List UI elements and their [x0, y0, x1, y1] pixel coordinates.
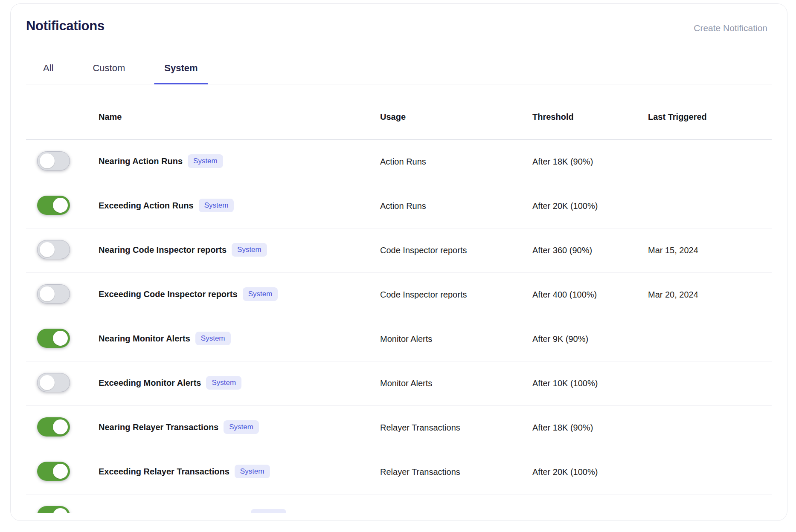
- column-header-threshold: Threshold: [532, 112, 648, 122]
- table-row: Exceeding Action RunsSystem Action Runs …: [26, 184, 772, 228]
- table-row: Exceeding Code Inspector reportsSystem C…: [26, 273, 772, 317]
- system-badge: System: [188, 154, 223, 168]
- notification-name: Nearing Action Runs: [99, 156, 183, 166]
- usage-cell: Action Runs: [380, 157, 532, 167]
- notification-toggle[interactable]: [37, 329, 70, 348]
- toggle-knob: [53, 198, 68, 213]
- system-badge: System: [206, 376, 241, 390]
- table-row: Nearing Relayer TransactionsSystem Relay…: [26, 406, 772, 450]
- notification-name: Exceeding Action Runs: [99, 201, 194, 210]
- toggle-cell: [26, 329, 99, 350]
- toggle-knob: [40, 242, 55, 257]
- notification-toggle[interactable]: [37, 284, 70, 304]
- name-cell: Nearing Code Inspector reportsSystem: [99, 244, 380, 257]
- threshold-cell: After 20K (100%): [532, 467, 648, 477]
- toggle-knob: [53, 419, 68, 434]
- threshold-cell: After 10K (100%): [532, 379, 648, 388]
- toggle-knob: [53, 331, 68, 346]
- usage-cell: Relayer Transactions: [380, 423, 532, 433]
- toggle-knob: [40, 375, 55, 390]
- toggle-cell: [26, 373, 99, 394]
- usage-cell: Relayer Transactions: [380, 467, 532, 477]
- notification-toggle[interactable]: [37, 196, 70, 215]
- name-cell: Exceeding Monitor AlertsSystem: [99, 377, 380, 390]
- system-badge: System: [224, 420, 259, 434]
- name-cell: Exceeding Action RunsSystem: [99, 200, 380, 213]
- notification-toggle[interactable]: [37, 151, 70, 171]
- threshold-cell: After 9K (90%): [532, 334, 648, 344]
- table-row: Nearing Code Inspector reportsSystem Cod…: [26, 228, 772, 273]
- toggle-cell: [26, 284, 99, 306]
- threshold-cell: After 360 (90%): [532, 246, 648, 255]
- table-row: System: [26, 494, 772, 513]
- last-triggered-cell: Mar 15, 2024: [648, 246, 772, 255]
- column-header-last-triggered: Last Triggered: [648, 112, 772, 122]
- tab-custom[interactable]: Custom: [82, 57, 135, 84]
- system-badge: System: [251, 509, 286, 513]
- toggle-cell: [26, 151, 99, 173]
- table-row: Exceeding Monitor AlertsSystem Monitor A…: [26, 361, 772, 406]
- notification-name: Exceeding Code Inspector reports: [99, 289, 238, 299]
- system-badge: System: [235, 465, 270, 478]
- tab-system[interactable]: System: [154, 57, 208, 84]
- threshold-cell: After 18K (90%): [532, 423, 648, 433]
- usage-cell: Code Inspector reports: [380, 290, 532, 300]
- column-header-usage: Usage: [380, 112, 532, 122]
- page-title: Notifications: [26, 17, 772, 35]
- notification-toggle[interactable]: [37, 506, 70, 513]
- name-cell: Nearing Relayer TransactionsSystem: [99, 421, 380, 435]
- last-triggered-cell: Mar 20, 2024: [648, 290, 772, 300]
- notification-name: Nearing Monitor Alerts: [99, 334, 190, 343]
- name-cell: Nearing Monitor AlertsSystem: [99, 332, 380, 346]
- notification-toggle[interactable]: [37, 373, 70, 392]
- notification-toggle[interactable]: [37, 417, 70, 437]
- table-body: Nearing Action RunsSystem Action Runs Af…: [26, 140, 772, 513]
- toggle-knob: [53, 508, 68, 513]
- table-row: Nearing Monitor AlertsSystem Monitor Ale…: [26, 317, 772, 361]
- system-badge: System: [232, 243, 267, 257]
- system-badge: System: [243, 287, 278, 301]
- toggle-cell: [26, 462, 99, 483]
- system-badge: System: [199, 199, 234, 212]
- name-cell: System: [99, 510, 380, 513]
- notification-name: Nearing Relayer Transactions: [99, 422, 218, 432]
- toggle-knob: [40, 286, 55, 301]
- threshold-cell: After 18K (90%): [532, 157, 648, 167]
- usage-cell: Code Inspector reports: [380, 246, 532, 255]
- notifications-card: Notifications Create Notification All Cu…: [10, 3, 787, 521]
- notification-toggle[interactable]: [37, 462, 70, 481]
- usage-cell: Monitor Alerts: [380, 334, 532, 344]
- name-cell: Exceeding Code Inspector reportsSystem: [99, 288, 380, 302]
- tab-bar: All Custom System: [26, 57, 772, 84]
- threshold-cell: After 20K (100%): [532, 201, 648, 211]
- table-row: Nearing Action RunsSystem Action Runs Af…: [26, 140, 772, 184]
- usage-cell: Monitor Alerts: [380, 379, 532, 388]
- toggle-cell: [26, 506, 99, 513]
- column-header-name: Name: [99, 112, 380, 122]
- toggle-cell: [26, 240, 99, 261]
- toggle-knob: [40, 153, 55, 168]
- toggle-knob: [53, 464, 68, 479]
- toggle-cell: [26, 196, 99, 217]
- name-cell: Exceeding Relayer TransactionsSystem: [99, 466, 380, 479]
- table-header: Name Usage Threshold Last Triggered: [26, 84, 772, 140]
- notification-name: Exceeding Monitor Alerts: [99, 378, 201, 387]
- create-notification-button[interactable]: Create Notification: [691, 23, 770, 34]
- name-cell: Nearing Action RunsSystem: [99, 155, 380, 169]
- toggle-cell: [26, 417, 99, 439]
- notification-toggle[interactable]: [37, 240, 70, 259]
- table-row: Exceeding Relayer TransactionsSystem Rel…: [26, 450, 772, 494]
- system-badge: System: [195, 332, 231, 345]
- notification-name: Nearing Code Inspector reports: [99, 245, 227, 254]
- notification-name: Exceeding Relayer Transactions: [99, 467, 230, 476]
- threshold-cell: After 400 (100%): [532, 290, 648, 300]
- usage-cell: Action Runs: [380, 201, 532, 211]
- tab-all[interactable]: All: [33, 57, 64, 84]
